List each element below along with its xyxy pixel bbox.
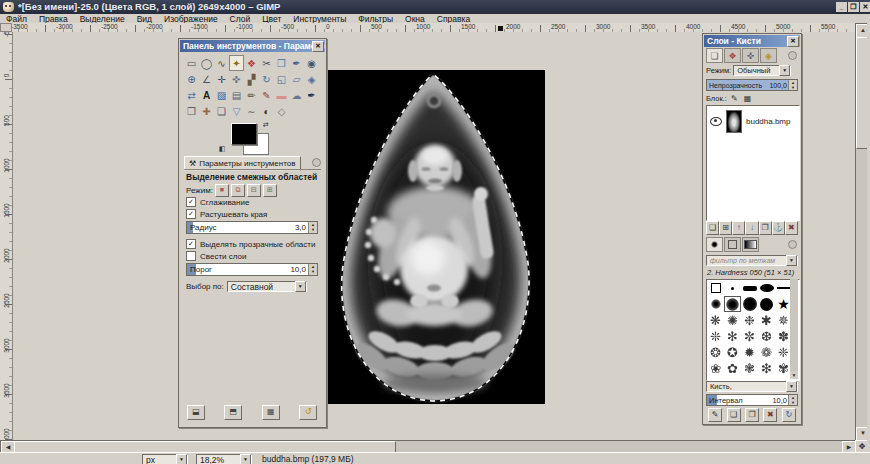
brush-square[interactable]: [707, 280, 724, 296]
brush-tab-menu-button[interactable]: [788, 240, 797, 249]
tool-ellipse-select[interactable]: ◯: [199, 55, 214, 71]
brush-splatter-2[interactable]: ✻: [724, 328, 741, 344]
button-restore-options[interactable]: ⬒: [224, 405, 242, 420]
menu-item-edit[interactable]: Правка: [33, 14, 74, 24]
menu-item-filters[interactable]: Фильтры: [352, 14, 399, 24]
menu-item-select[interactable]: Выделение: [74, 14, 131, 24]
layer-row-buddha[interactable]: buddha.bmp: [707, 108, 799, 134]
antialiasing-checkbox[interactable]: ✓ Сглаживание: [186, 197, 249, 207]
brush-acrylic-1[interactable]: ❋: [707, 312, 724, 328]
tool-fuzzy-select[interactable]: ✦: [229, 55, 244, 71]
canvas-image-buddha[interactable]: [326, 70, 545, 404]
brush-texture-4[interactable]: ❁: [758, 344, 775, 360]
brush-texture-8[interactable]: ❃: [741, 360, 758, 376]
spinner-arrows-icon[interactable]: ▲▼: [788, 395, 797, 405]
tool-dodge-burn[interactable]: ◐: [259, 103, 274, 119]
tool-airbrush[interactable]: ☁: [289, 87, 304, 103]
layer-thumbnail[interactable]: [726, 110, 742, 133]
default-colors-icon[interactable]: ◧: [219, 145, 226, 153]
brush-flat[interactable]: [758, 280, 775, 296]
button-raise-layer[interactable]: ↑: [732, 221, 745, 235]
tool-clone[interactable]: ❐: [184, 103, 199, 119]
brush-texture-6[interactable]: ❀: [707, 360, 724, 376]
brush-texture-3[interactable]: ✹: [741, 344, 758, 360]
tool-perspective-clone[interactable]: ❏: [214, 103, 229, 119]
tool-select-by-color[interactable]: ❖: [244, 55, 259, 71]
tool-cage-transform[interactable]: ◇: [274, 103, 289, 119]
spacing-slider[interactable]: Интервал 10,0 ▲▼: [706, 394, 798, 406]
brush-texture-7[interactable]: ✿: [724, 360, 741, 376]
button-new-brush[interactable]: ❏: [727, 408, 741, 422]
tool-paths[interactable]: ✒: [289, 55, 304, 71]
tool-zoom[interactable]: ⊕: [184, 71, 199, 87]
tool-eraser[interactable]: ▬: [274, 87, 289, 103]
brush-hardness-100[interactable]: [758, 296, 775, 312]
chevron-down-icon[interactable]: ▼: [786, 381, 797, 392]
tool-align[interactable]: ✜: [229, 71, 244, 87]
brush-hardness-025[interactable]: [707, 296, 724, 312]
button-refresh-brushes[interactable]: ↻: [782, 408, 796, 422]
tab-channels[interactable]: ❖: [724, 48, 741, 63]
menu-item-help[interactable]: Справка: [431, 14, 476, 24]
checkbox-icon[interactable]: ✓: [186, 209, 196, 219]
chevron-down-icon[interactable]: ▼: [176, 454, 187, 464]
button-new-group[interactable]: ⊞: [719, 221, 732, 235]
tab-layers[interactable]: ❏: [706, 48, 723, 63]
spinner-arrows-icon[interactable]: ▲▼: [308, 264, 317, 275]
dock-close-icon[interactable]: ✕: [787, 36, 799, 47]
menu-item-image[interactable]: Изображение: [158, 14, 224, 24]
sample-merged-checkbox[interactable]: Свести слои: [186, 251, 246, 261]
tab-history[interactable]: ◈: [760, 48, 777, 63]
chevron-down-icon[interactable]: ▼: [786, 255, 797, 266]
menu-item-view[interactable]: Вид: [131, 14, 158, 24]
ruler-corner-button[interactable]: [0, 23, 12, 32]
button-lower-layer[interactable]: ↓: [745, 221, 758, 235]
tool-shear[interactable]: ▱: [289, 71, 304, 87]
lock-alpha-icon[interactable]: ▦: [742, 93, 753, 104]
zoom-select[interactable]: 18,2% ▼: [196, 454, 252, 464]
brush-texture-9[interactable]: ❇: [758, 360, 775, 376]
dock-title-bar[interactable]: Слои - Кисти: [704, 35, 800, 47]
tool-measure[interactable]: ∠: [199, 71, 214, 87]
tool-crop[interactable]: ▞: [244, 71, 259, 87]
button-mode-subtract[interactable]: ⊟: [247, 184, 261, 197]
vertical-ruler[interactable]: -50005001000150020002500300035004000: [0, 32, 13, 440]
button-reset-options[interactable]: ↺: [299, 405, 317, 420]
unit-select[interactable]: px ▼: [142, 454, 188, 464]
checkbox-icon[interactable]: [186, 251, 196, 261]
restore-button[interactable]: ❐: [848, 2, 859, 12]
tool-scale[interactable]: ◱: [274, 71, 289, 87]
button-mode-add[interactable]: ⧉: [231, 184, 245, 197]
select-transparent-checkbox[interactable]: ✓ Выделять прозрачные области: [186, 239, 315, 249]
button-save-options[interactable]: ⬓: [187, 405, 205, 420]
toolbox-title-bar[interactable]: Панель инструментов - Параметры и...: [180, 40, 325, 52]
swap-colors-icon[interactable]: ⇄: [263, 121, 269, 129]
tool-bucket-fill[interactable]: ▨: [214, 87, 229, 103]
close-button[interactable]: ✕: [860, 2, 870, 12]
spinner-arrows-icon[interactable]: ▲▼: [308, 222, 317, 233]
tool-pencil[interactable]: ✏: [244, 87, 259, 103]
layer-mode-combo[interactable]: Обычный ▼: [733, 65, 791, 76]
threshold-slider[interactable]: Порог 10,0 ▲▼: [186, 263, 318, 276]
title-bar[interactable]: *[Без имени]-25.0 (Цвета RGB, 1 слой) 26…: [0, 0, 870, 14]
button-delete-brush[interactable]: ✖: [763, 408, 777, 422]
tool-move[interactable]: ✛: [214, 71, 229, 87]
brush-hardness-050[interactable]: [724, 296, 741, 312]
foreground-color-swatch[interactable]: [231, 123, 257, 145]
lock-pixels-icon[interactable]: ✎: [729, 93, 740, 104]
visibility-eye-icon[interactable]: [710, 117, 722, 126]
tab-brushes[interactable]: [706, 237, 723, 252]
tool-smudge[interactable]: ∼: [244, 103, 259, 119]
brush-acrylic-4[interactable]: ✱: [758, 312, 775, 328]
tab-paths[interactable]: ✜: [742, 48, 759, 63]
brush-acrylic-3[interactable]: ❉: [741, 312, 758, 328]
menu-item-layer[interactable]: Слой: [224, 14, 257, 24]
brush-splatter-3[interactable]: ✼: [741, 328, 758, 344]
toolbox-close-icon[interactable]: ✕: [312, 41, 324, 52]
tab-menu-button[interactable]: [312, 158, 321, 167]
select-by-combo[interactable]: Составной ▼: [227, 281, 307, 292]
tool-heal[interactable]: ✚: [199, 103, 214, 119]
radius-slider[interactable]: Радиус 3,0 ▲▼: [186, 221, 318, 234]
tool-color-picker[interactable]: ◉: [304, 55, 319, 71]
brush-splatter-1[interactable]: ❊: [707, 328, 724, 344]
